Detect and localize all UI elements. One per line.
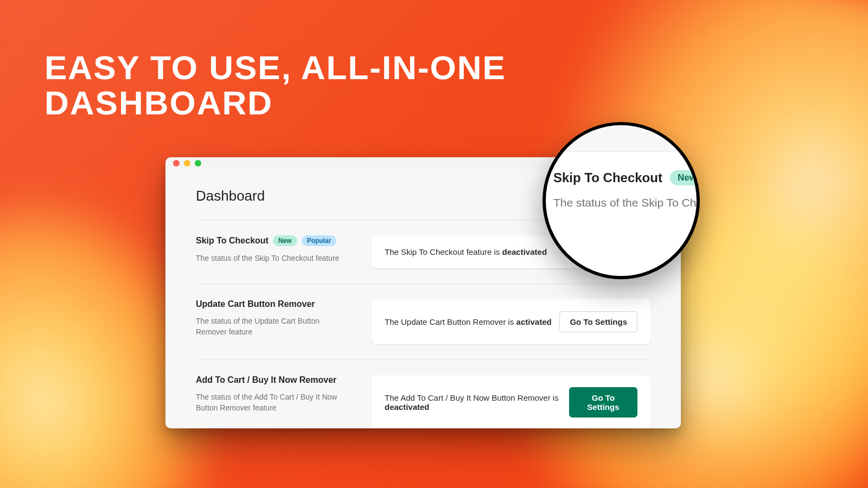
feature-name: Update Cart Button Remover	[196, 299, 348, 309]
minimize-icon[interactable]	[184, 160, 190, 166]
feature-desc: The status of the Skip To Checkout featu…	[196, 253, 348, 264]
magnifier-desc-fragment: The status of the Skip To Ch	[553, 196, 700, 209]
feature-row: Add To Cart / Buy It Now Remover The sta…	[196, 359, 650, 428]
feature-name: Skip To Checkout New Popular	[196, 235, 348, 246]
feature-status: The Update Cart Button Remover is activa…	[385, 317, 552, 326]
feature-card: The Update Cart Button Remover is activa…	[372, 299, 650, 344]
status-prefix: The Update Cart Button Remover is	[385, 317, 516, 326]
maximize-icon[interactable]	[195, 160, 201, 166]
feature-card: The Add To Cart / Buy It Now Button Remo…	[372, 375, 650, 428]
magnifier: ard Skip To Checkout New The status of t…	[542, 122, 700, 279]
feature-name-text: Update Cart Button Remover	[196, 299, 315, 309]
status-prefix: The Skip To Checkout feature is	[385, 247, 502, 256]
badge-popular: Popular	[302, 235, 337, 246]
feature-name: Add To Cart / Buy It Now Remover	[196, 375, 348, 385]
magnifier-title: Skip To Checkout New	[553, 170, 700, 185]
go-to-settings-button[interactable]: Go To Settings	[559, 311, 637, 332]
hero-stage: EASY TO USE, ALL-IN-ONEDASHBOARD Dashboa…	[0, 0, 868, 488]
feature-name-text: Add To Cart / Buy It Now Remover	[196, 375, 336, 385]
feature-desc: The status of the Update Cart Button Rem…	[196, 316, 348, 338]
status-word: deactivated	[502, 247, 547, 256]
feature-summary: Skip To Checkout New Popular The status …	[196, 235, 348, 268]
status-word: deactivated	[385, 402, 430, 412]
feature-summary: Update Cart Button Remover The status of…	[196, 299, 348, 344]
feature-summary: Add To Cart / Buy It Now Remover The sta…	[196, 375, 348, 428]
magnifier-title-text: Skip To Checkout	[553, 170, 662, 185]
go-to-settings-button[interactable]: Go To Settings	[569, 387, 637, 418]
feature-desc: The status of the Add To Cart / Buy It N…	[196, 391, 348, 414]
badge-new: New	[273, 235, 297, 246]
feature-status: The Add To Cart / Buy It Now Button Remo…	[385, 393, 569, 412]
status-prefix: The Add To Cart / Buy It Now Button Remo…	[385, 393, 559, 402]
feature-status: The Skip To Checkout feature is deactiva…	[385, 247, 547, 256]
status-word: activated	[516, 317, 552, 326]
close-icon[interactable]	[173, 160, 180, 166]
feature-row: Update Cart Button Remover The status of…	[196, 284, 650, 359]
hero-headline: EASY TO USE, ALL-IN-ONEDASHBOARD	[44, 50, 506, 120]
feature-name-text: Skip To Checkout	[196, 236, 269, 246]
